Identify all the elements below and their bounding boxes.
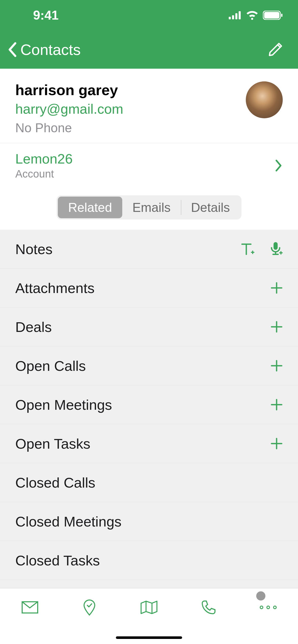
svg-rect-1 (232, 15, 234, 19)
mail-button[interactable] (21, 598, 39, 616)
svg-rect-6 (281, 14, 282, 17)
plus-icon[interactable] (270, 437, 283, 450)
account-label: Account (15, 168, 73, 180)
avatar[interactable] (246, 81, 283, 118)
text-add-icon[interactable] (241, 242, 255, 256)
svg-rect-3 (239, 11, 241, 19)
plus-icon[interactable] (270, 399, 283, 411)
home-indicator[interactable] (116, 636, 182, 639)
section-deals[interactable]: Deals (0, 308, 298, 346)
svg-point-25 (274, 606, 276, 609)
svg-point-23 (260, 606, 263, 609)
bottom-toolbar (0, 588, 298, 644)
map-icon (140, 600, 158, 615)
tab-related[interactable]: Related (58, 197, 122, 218)
more-icon (259, 605, 277, 610)
plus-icon[interactable] (270, 360, 283, 372)
section-open-meetings[interactable]: Open Meetings (0, 385, 298, 424)
contact-name: harrison garey (15, 81, 246, 98)
pencil-icon (269, 42, 283, 56)
section-open-calls[interactable]: Open Calls (0, 346, 298, 385)
svg-rect-2 (235, 13, 237, 19)
svg-rect-5 (264, 12, 279, 19)
back-button[interactable]: Contacts (8, 41, 81, 58)
status-bar: 9:41 (0, 0, 298, 31)
section-closed-meetings[interactable]: Closed Meetings (0, 502, 298, 541)
account-row[interactable]: Lemon26 Account (0, 143, 298, 190)
edit-button[interactable] (269, 42, 283, 57)
contact-email[interactable]: harry@gmail.com (15, 101, 246, 117)
chevron-left-icon (8, 42, 17, 57)
status-icons (229, 11, 283, 20)
svg-point-24 (267, 606, 270, 609)
battery-icon (263, 11, 283, 20)
contact-phone: No Phone (15, 121, 246, 135)
plus-icon[interactable] (270, 282, 283, 294)
phone-icon (201, 600, 216, 615)
wifi-icon (246, 11, 258, 20)
badge-dot (256, 591, 265, 601)
section-closed-tasks[interactable]: Closed Tasks (0, 541, 298, 580)
mail-icon (22, 601, 38, 613)
tabs-container: Related Emails Details (0, 190, 298, 230)
mic-add-icon[interactable] (270, 242, 283, 256)
status-time: 9:41 (33, 8, 59, 23)
nav-title: Contacts (20, 41, 81, 58)
cellular-icon (229, 11, 241, 19)
map-button[interactable] (140, 598, 158, 616)
plus-icon[interactable] (270, 321, 283, 333)
tab-details[interactable]: Details (181, 197, 240, 218)
section-attachments[interactable]: Attachments (0, 269, 298, 308)
section-notes[interactable]: Notes (0, 230, 298, 269)
location-button[interactable] (80, 598, 98, 616)
section-open-tasks[interactable]: Open Tasks (0, 424, 298, 463)
tab-emails[interactable]: Emails (122, 197, 181, 218)
nav-bar: Contacts (0, 31, 298, 69)
related-sections: Notes Attachments Deals Open Calls (0, 230, 298, 580)
account-name: Lemon26 (15, 151, 73, 167)
call-button[interactable] (200, 598, 218, 616)
chevron-right-icon (275, 159, 283, 172)
section-closed-calls[interactable]: Closed Calls (0, 463, 298, 502)
svg-rect-7 (274, 242, 278, 250)
contact-header: harrison garey harry@gmail.com No Phone (0, 69, 298, 143)
more-button[interactable] (259, 598, 277, 616)
segmented-control: Related Emails Details (57, 195, 241, 219)
svg-rect-0 (229, 17, 231, 19)
location-icon (83, 599, 96, 616)
